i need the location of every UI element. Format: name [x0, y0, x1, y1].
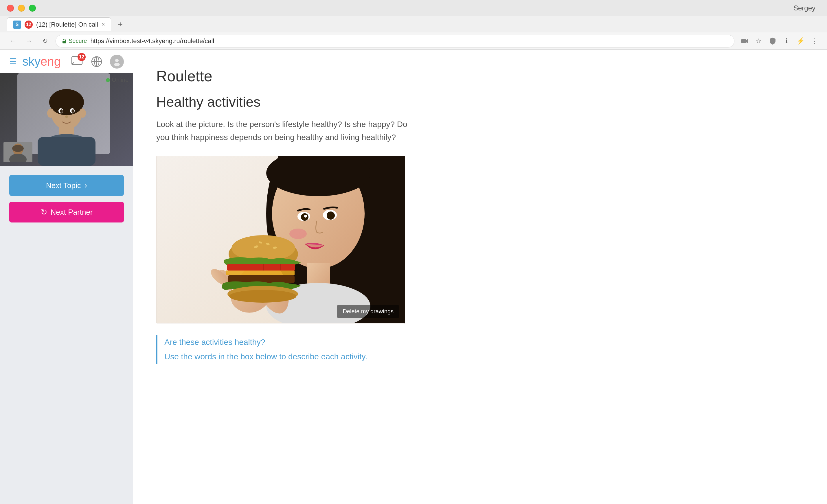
forward-button[interactable]: → [23, 35, 35, 47]
active-tab[interactable]: S 12 (12) [Roulette] On call × [7, 17, 111, 31]
svg-point-22 [47, 108, 54, 118]
back-button[interactable]: ← [7, 35, 18, 47]
pip-video [3, 142, 33, 162]
question-1: Are these activities healthy? [164, 335, 804, 350]
tab-bar: S 12 (12) [Roulette] On call × + [0, 16, 827, 33]
url-input[interactable]: Secure https://vimbox.test-v4.skyeng.ru/… [56, 35, 734, 47]
skyeng-logo: skyeng [22, 55, 61, 68]
lightning-icon[interactable]: ⚡ [794, 35, 806, 47]
svg-point-21 [65, 115, 68, 118]
content-image: Delete my drawings [156, 156, 405, 323]
window-user-label: Sergey [793, 4, 816, 12]
browser-chrome: Sergey S 12 (12) [Roulette] On call × + … [0, 0, 827, 50]
section-title: Healthy activities [156, 94, 804, 110]
svg-point-20 [71, 109, 75, 113]
description-text: Look at the picture. Is the person's lif… [156, 118, 417, 144]
svg-rect-1 [741, 39, 746, 43]
bookmark-icon[interactable]: ☆ [753, 35, 765, 47]
traffic-lights [7, 5, 36, 11]
svg-rect-54 [226, 270, 295, 275]
svg-point-37 [304, 215, 307, 217]
svg-marker-2 [746, 39, 748, 43]
header-icons: 12 [70, 55, 124, 68]
tab-favicon: S [13, 20, 21, 29]
question-2: Use the words in the box below to descri… [164, 350, 804, 364]
sidebar: ☰ skyeng 12 [0, 50, 133, 504]
svg-point-26 [12, 145, 24, 152]
sidebar-header: ☰ skyeng 12 [0, 50, 133, 73]
close-window-button[interactable] [7, 5, 14, 11]
healthy-activities-image [156, 156, 405, 323]
online-dot [106, 78, 110, 82]
messages-icon-wrapper[interactable]: 12 [70, 55, 83, 68]
page-title: Roulette [156, 67, 804, 85]
title-bar: Sergey [0, 0, 827, 16]
bottom-questions: Are these activities healthy? Use the wo… [156, 335, 804, 364]
svg-point-36 [327, 211, 335, 219]
svg-point-38 [289, 229, 307, 239]
url-text: https://vimbox.test-v4.skyeng.ru/roulett… [90, 37, 214, 45]
main-content-area: Roulette Healthy activities Look at the … [133, 50, 827, 504]
svg-point-9 [114, 63, 120, 66]
info-icon[interactable]: ℹ [781, 35, 792, 47]
tab-close-button[interactable]: × [102, 21, 105, 28]
svg-point-57 [229, 290, 296, 303]
globe-icon[interactable] [90, 55, 103, 68]
reload-button[interactable]: ↻ [39, 35, 51, 47]
new-tab-button[interactable]: + [113, 17, 127, 31]
svg-rect-0 [62, 41, 66, 43]
messages-badge: 12 [78, 53, 86, 61]
secure-badge: Secure [62, 38, 87, 44]
svg-point-19 [60, 109, 63, 113]
page-content: ☰ skyeng 12 [0, 50, 827, 504]
video-container: Online [0, 73, 133, 166]
tab-notification-badge: 12 [25, 20, 33, 29]
svg-point-8 [115, 59, 118, 62]
arrow-right-icon: › [85, 181, 87, 190]
user-avatar[interactable] [110, 55, 124, 68]
delete-drawings-button[interactable]: Delete my drawings [337, 305, 399, 318]
next-topic-button[interactable]: Next Topic › [9, 175, 124, 196]
address-bar: ← → ↻ Secure https://vimbox.test-v4.skye… [0, 33, 827, 50]
next-partner-button[interactable]: ↻ Next Partner [9, 202, 124, 222]
tab-label: (12) [Roulette] On call [36, 21, 98, 28]
menu-icon[interactable]: ⋮ [809, 35, 820, 47]
pip-person [3, 142, 33, 162]
online-status: Online [106, 77, 129, 83]
svg-point-23 [79, 108, 86, 118]
video-camera-icon[interactable] [739, 35, 750, 47]
sidebar-controls: Next Topic › ↻ Next Partner [0, 166, 133, 232]
svg-rect-50 [227, 264, 295, 270]
svg-rect-16 [38, 137, 96, 166]
shield-icon[interactable] [767, 35, 778, 47]
browser-actions: ☆ ℹ ⚡ ⋮ [739, 35, 820, 47]
hamburger-menu-icon[interactable]: ☰ [9, 57, 16, 66]
svg-point-13 [49, 89, 84, 115]
minimize-window-button[interactable] [18, 5, 25, 11]
refresh-icon: ↻ [41, 207, 47, 217]
main-video [0, 73, 133, 166]
maximize-window-button[interactable] [29, 5, 36, 11]
